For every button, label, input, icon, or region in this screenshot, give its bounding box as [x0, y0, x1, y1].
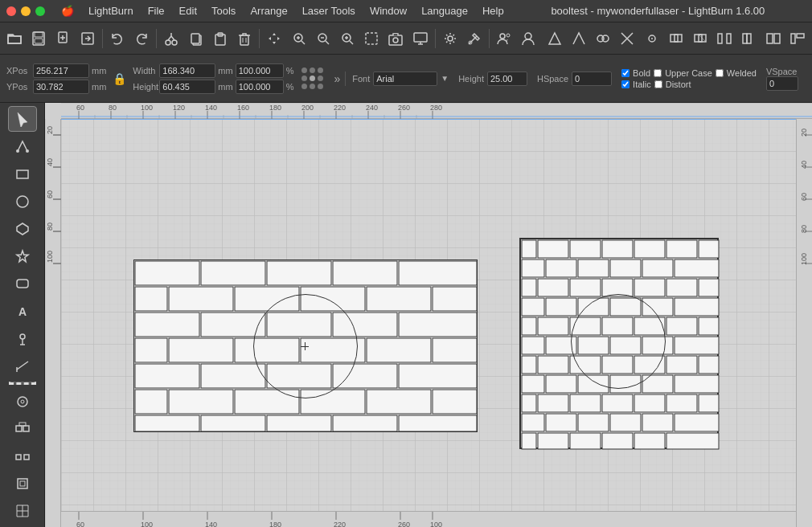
svg-rect-187 [675, 298, 719, 316]
anchor-mr[interactable] [318, 76, 323, 81]
menu-file[interactable]: File [141, 3, 171, 18]
users-button[interactable] [493, 27, 515, 51]
menu-lightburn[interactable]: LightBurn [82, 3, 140, 18]
bold-checkbox[interactable] [621, 69, 630, 77]
measure-tool[interactable] [8, 353, 37, 378]
vspace-input[interactable] [766, 76, 798, 91]
menu-arrange[interactable]: Arrange [244, 3, 293, 18]
zoom-out-button[interactable] [312, 27, 334, 51]
svg-rect-60 [24, 455, 29, 460]
menu-apple[interactable]: 🍎 [55, 3, 80, 18]
paste-button[interactable] [209, 27, 232, 51]
redo-button[interactable] [130, 27, 153, 51]
menu-tools[interactable]: Tools [205, 3, 242, 18]
arrange-button[interactable] [8, 471, 37, 496]
font-input[interactable] [373, 71, 437, 86]
save-button[interactable] [27, 27, 50, 51]
width-input[interactable] [159, 63, 215, 78]
close-button[interactable] [6, 6, 16, 16]
cut-button[interactable] [160, 27, 182, 51]
ypos-input[interactable] [33, 80, 89, 94]
anchor-ml[interactable] [301, 76, 307, 81]
uppercase-checkbox[interactable] [654, 69, 662, 77]
anchor-mc[interactable] [310, 76, 315, 81]
distort-checkbox[interactable] [654, 80, 662, 88]
svg-rect-2 [35, 32, 43, 37]
laser-tools-button[interactable] [463, 27, 486, 51]
welded-checkbox[interactable] [716, 69, 724, 77]
rectangle-tool[interactable] [8, 161, 37, 186]
rounded-rect-tool[interactable] [8, 271, 37, 296]
select-tool-button[interactable] [8, 106, 37, 132]
menu-help[interactable]: Help [476, 3, 511, 18]
weld-button[interactable] [592, 27, 614, 51]
boolean-subtract[interactable] [689, 27, 712, 51]
scale-h-input[interactable] [236, 80, 284, 94]
boolean-union[interactable] [665, 27, 687, 51]
user-button[interactable] [517, 27, 539, 51]
scale-w-input[interactable] [236, 63, 284, 78]
canvas-area[interactable]: 60 80 100 120 140 160 180 200 220 240 26… [45, 103, 812, 527]
anchor-br[interactable] [318, 84, 323, 89]
svg-rect-3 [35, 39, 43, 43]
star-tool[interactable] [8, 243, 37, 269]
font-height-input[interactable] [487, 71, 527, 86]
anchor-tr[interactable] [318, 67, 323, 73]
window-split-button[interactable] [762, 27, 785, 51]
xpos-input[interactable] [33, 63, 89, 78]
svg-rect-213 [675, 375, 719, 393]
circle-tool[interactable] [8, 388, 37, 414]
menu-window[interactable]: Window [363, 3, 413, 18]
hspace-input[interactable] [572, 71, 612, 86]
open-file-button[interactable] [3, 27, 26, 51]
path-button[interactable] [568, 27, 590, 51]
canvas-content[interactable]: 20 40 60 80 100 60 100 [61, 119, 812, 527]
menu-laser-tools[interactable]: Laser Tools [296, 3, 362, 18]
minimize-button[interactable] [21, 6, 31, 16]
align-button[interactable] [641, 27, 663, 51]
text-tool[interactable]: A [8, 298, 37, 324]
menu-edit[interactable]: Edit [173, 3, 203, 18]
grid-button[interactable] [8, 498, 37, 524]
settings-button[interactable] [439, 27, 461, 51]
edit-nodes-button[interactable] [8, 133, 37, 159]
select-area-button[interactable] [360, 27, 383, 51]
extra-button[interactable] [786, 27, 809, 51]
node-edit-button[interactable] [543, 27, 566, 51]
more-right-button[interactable] [737, 27, 760, 51]
group-button[interactable] [8, 416, 37, 442]
italic-checkbox[interactable] [621, 80, 630, 88]
brick-pattern-right [519, 238, 719, 449]
titlebar: 🍎 LightBurn File Edit Tools Arrange Lase… [0, 0, 812, 22]
anchor-grid[interactable] [301, 67, 324, 90]
cut-path-button[interactable] [616, 27, 638, 51]
move-tool[interactable] [263, 27, 285, 51]
new-file-button[interactable] [51, 27, 74, 51]
menu-language[interactable]: Language [415, 3, 474, 18]
font-dropdown-icon[interactable]: ▼ [441, 74, 449, 83]
expand-button[interactable]: » [332, 71, 342, 87]
anchor-tl[interactable] [301, 67, 307, 73]
camera-button[interactable] [384, 27, 407, 51]
ellipse-tool[interactable] [8, 189, 37, 214]
delete-button[interactable] [233, 27, 256, 51]
xpos-row: XPos mm [6, 63, 106, 78]
polygon-tool[interactable] [8, 216, 37, 242]
monitor-button[interactable] [409, 27, 432, 51]
undo-button[interactable] [106, 27, 129, 51]
anchor-bc[interactable] [310, 84, 315, 89]
lock-icon[interactable]: 🔒 [113, 72, 126, 85]
zoom-in-button[interactable] [336, 27, 359, 51]
svg-rect-134 [433, 287, 477, 311]
height-input[interactable] [159, 80, 215, 94]
distribute-button[interactable] [713, 27, 736, 51]
ungroup-button[interactable] [8, 443, 37, 469]
copy-button[interactable] [185, 27, 207, 51]
zoom-fit-button[interactable] [287, 27, 310, 51]
anchor-bl[interactable] [301, 84, 307, 89]
import-button[interactable] [76, 27, 99, 51]
anchor-tc[interactable] [310, 67, 315, 73]
pin-tool[interactable] [8, 325, 37, 351]
ruler-left: 20 40 60 80 100 [45, 119, 61, 527]
maximize-button[interactable] [35, 6, 45, 16]
